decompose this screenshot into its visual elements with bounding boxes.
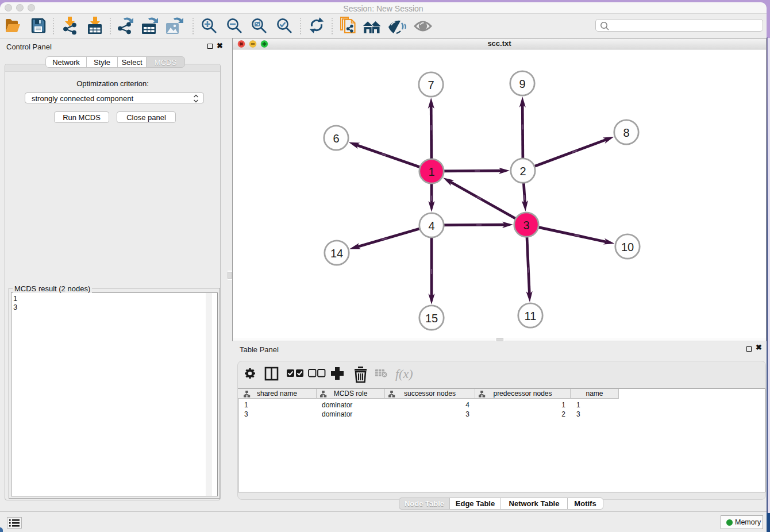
svg-text:9: 9 — [519, 78, 525, 90]
svg-text:3: 3 — [523, 219, 529, 232]
svg-text:10: 10 — [621, 241, 634, 253]
svg-text:8: 8 — [623, 126, 629, 139]
svg-text:4: 4 — [428, 219, 434, 232]
svg-text:2: 2 — [519, 165, 526, 178]
svg-text:14: 14 — [330, 247, 343, 260]
svg-text:6: 6 — [333, 132, 339, 145]
svg-text:15: 15 — [425, 312, 438, 325]
svg-text:11: 11 — [525, 310, 537, 322]
svg-text:7: 7 — [428, 79, 434, 91]
svg-text:1: 1 — [428, 165, 434, 178]
svg-text:f(x): f(x) — [395, 367, 413, 381]
